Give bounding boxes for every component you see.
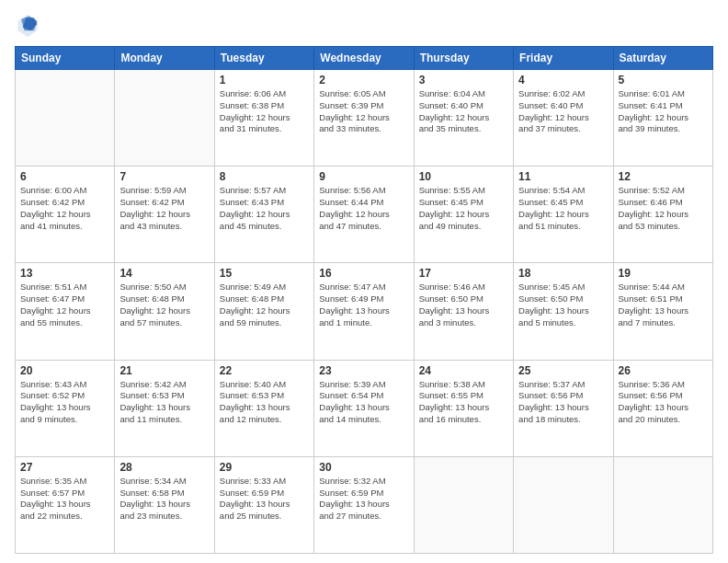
calendar-cell: 27Sunrise: 5:35 AM Sunset: 6:57 PM Dayli… [16,456,115,553]
day-number: 11 [518,170,608,183]
calendar-table: SundayMondayTuesdayWednesdayThursdayFrid… [15,46,713,554]
day-info: Sunrise: 5:50 AM Sunset: 6:48 PM Dayligh… [119,282,209,328]
calendar-cell: 25Sunrise: 5:37 AM Sunset: 6:56 PM Dayli… [514,360,613,456]
day-number: 22 [220,364,309,377]
day-number: 17 [419,267,508,280]
calendar-cell [414,456,513,553]
day-info: Sunrise: 5:55 AM Sunset: 6:45 PM Dayligh… [419,185,508,232]
calendar-cell: 29Sunrise: 5:33 AM Sunset: 6:59 PM Dayli… [214,456,313,553]
calendar-cell: 21Sunrise: 5:42 AM Sunset: 6:53 PM Dayli… [115,360,214,456]
calendar-cell: 12Sunrise: 5:52 AM Sunset: 6:46 PM Dayli… [613,167,712,263]
day-number: 14 [119,267,209,280]
logo [15,13,44,39]
day-number: 27 [20,461,109,474]
day-header-tuesday: Tuesday [214,47,313,70]
day-number: 28 [119,461,209,474]
day-info: Sunrise: 5:46 AM Sunset: 6:50 PM Dayligh… [419,282,508,328]
day-header-thursday: Thursday [414,47,513,70]
calendar-cell: 23Sunrise: 5:39 AM Sunset: 6:54 PM Dayli… [314,360,414,456]
day-number: 8 [220,170,309,183]
day-info: Sunrise: 6:04 AM Sunset: 6:40 PM Dayligh… [419,88,508,135]
calendar-cell: 19Sunrise: 5:44 AM Sunset: 6:51 PM Dayli… [613,263,712,360]
day-number: 3 [419,74,508,86]
day-number: 7 [119,170,209,183]
header [15,13,713,39]
day-number: 10 [419,170,508,183]
day-header-monday: Monday [115,47,214,70]
day-info: Sunrise: 5:57 AM Sunset: 6:43 PM Dayligh… [220,185,309,232]
day-number: 30 [319,461,408,474]
day-info: Sunrise: 5:47 AM Sunset: 6:49 PM Dayligh… [319,282,408,328]
calendar-cell [514,456,613,553]
calendar-cell [115,70,214,167]
calendar-cell [16,70,115,167]
calendar-cell: 17Sunrise: 5:46 AM Sunset: 6:50 PM Dayli… [414,263,513,360]
day-info: Sunrise: 5:32 AM Sunset: 6:59 PM Dayligh… [319,476,408,523]
day-info: Sunrise: 6:00 AM Sunset: 6:42 PM Dayligh… [20,185,109,232]
calendar-cell: 10Sunrise: 5:55 AM Sunset: 6:45 PM Dayli… [414,167,513,263]
calendar-cell: 24Sunrise: 5:38 AM Sunset: 6:55 PM Dayli… [414,360,513,456]
page: SundayMondayTuesdayWednesdayThursdayFrid… [0,0,728,563]
calendar-cell: 5Sunrise: 6:01 AM Sunset: 6:41 PM Daylig… [613,70,712,167]
day-number: 12 [619,170,708,183]
calendar-cell: 9Sunrise: 5:56 AM Sunset: 6:44 PM Daylig… [314,167,414,263]
logo-icon [15,13,40,39]
week-row-5: 27Sunrise: 5:35 AM Sunset: 6:57 PM Dayli… [16,456,713,553]
day-number: 15 [220,267,309,280]
day-header-sunday: Sunday [16,47,115,70]
day-number: 1 [220,74,309,86]
calendar-cell: 15Sunrise: 5:49 AM Sunset: 6:48 PM Dayli… [214,263,313,360]
day-info: Sunrise: 6:06 AM Sunset: 6:38 PM Dayligh… [220,88,309,135]
calendar-cell: 2Sunrise: 6:05 AM Sunset: 6:39 PM Daylig… [314,70,414,167]
week-row-2: 6Sunrise: 6:00 AM Sunset: 6:42 PM Daylig… [16,167,713,263]
day-info: Sunrise: 5:45 AM Sunset: 6:50 PM Dayligh… [518,282,608,328]
day-number: 4 [518,74,608,86]
week-row-3: 13Sunrise: 5:51 AM Sunset: 6:47 PM Dayli… [16,263,713,360]
day-number: 18 [518,267,608,280]
day-info: Sunrise: 5:56 AM Sunset: 6:44 PM Dayligh… [319,185,408,232]
day-info: Sunrise: 5:49 AM Sunset: 6:48 PM Dayligh… [220,282,309,328]
day-header-friday: Friday [514,47,613,70]
week-row-4: 20Sunrise: 5:43 AM Sunset: 6:52 PM Dayli… [16,360,713,456]
calendar-cell: 20Sunrise: 5:43 AM Sunset: 6:52 PM Dayli… [16,360,115,456]
calendar-cell: 11Sunrise: 5:54 AM Sunset: 6:45 PM Dayli… [514,167,613,263]
day-number: 20 [20,364,109,377]
day-number: 25 [518,364,608,377]
day-number: 13 [20,267,109,280]
week-row-1: 1Sunrise: 6:06 AM Sunset: 6:38 PM Daylig… [16,70,713,167]
day-number: 5 [619,74,708,86]
day-info: Sunrise: 5:43 AM Sunset: 6:52 PM Dayligh… [20,379,109,426]
calendar-body: 1Sunrise: 6:06 AM Sunset: 6:38 PM Daylig… [16,70,713,554]
day-info: Sunrise: 5:52 AM Sunset: 6:46 PM Dayligh… [619,185,708,232]
day-number: 2 [319,74,408,86]
calendar-cell: 16Sunrise: 5:47 AM Sunset: 6:49 PM Dayli… [314,263,414,360]
day-info: Sunrise: 5:33 AM Sunset: 6:59 PM Dayligh… [220,476,309,523]
calendar-cell: 1Sunrise: 6:06 AM Sunset: 6:38 PM Daylig… [214,70,313,167]
day-info: Sunrise: 6:01 AM Sunset: 6:41 PM Dayligh… [619,88,708,135]
day-info: Sunrise: 5:51 AM Sunset: 6:47 PM Dayligh… [20,282,109,328]
day-info: Sunrise: 6:05 AM Sunset: 6:39 PM Dayligh… [319,88,408,135]
day-number: 29 [220,461,309,474]
day-info: Sunrise: 5:36 AM Sunset: 6:56 PM Dayligh… [619,379,708,426]
calendar-cell: 13Sunrise: 5:51 AM Sunset: 6:47 PM Dayli… [16,263,115,360]
calendar-cell: 3Sunrise: 6:04 AM Sunset: 6:40 PM Daylig… [414,70,513,167]
day-number: 23 [319,364,408,377]
day-number: 26 [619,364,708,377]
day-info: Sunrise: 5:54 AM Sunset: 6:45 PM Dayligh… [518,185,608,232]
day-info: Sunrise: 5:34 AM Sunset: 6:58 PM Dayligh… [119,476,209,523]
day-header-saturday: Saturday [613,47,712,70]
calendar-cell: 28Sunrise: 5:34 AM Sunset: 6:58 PM Dayli… [115,456,214,553]
calendar-cell: 7Sunrise: 5:59 AM Sunset: 6:42 PM Daylig… [115,167,214,263]
day-info: Sunrise: 5:40 AM Sunset: 6:53 PM Dayligh… [220,379,309,426]
day-header-wednesday: Wednesday [314,47,414,70]
calendar-cell: 8Sunrise: 5:57 AM Sunset: 6:43 PM Daylig… [214,167,313,263]
day-info: Sunrise: 5:38 AM Sunset: 6:55 PM Dayligh… [419,379,508,426]
day-info: Sunrise: 6:02 AM Sunset: 6:40 PM Dayligh… [518,88,608,135]
calendar-cell: 22Sunrise: 5:40 AM Sunset: 6:53 PM Dayli… [214,360,313,456]
day-number: 16 [319,267,408,280]
day-number: 24 [419,364,508,377]
day-of-week-row: SundayMondayTuesdayWednesdayThursdayFrid… [16,47,713,70]
day-info: Sunrise: 5:39 AM Sunset: 6:54 PM Dayligh… [319,379,408,426]
calendar-cell: 26Sunrise: 5:36 AM Sunset: 6:56 PM Dayli… [613,360,712,456]
calendar-cell: 14Sunrise: 5:50 AM Sunset: 6:48 PM Dayli… [115,263,214,360]
